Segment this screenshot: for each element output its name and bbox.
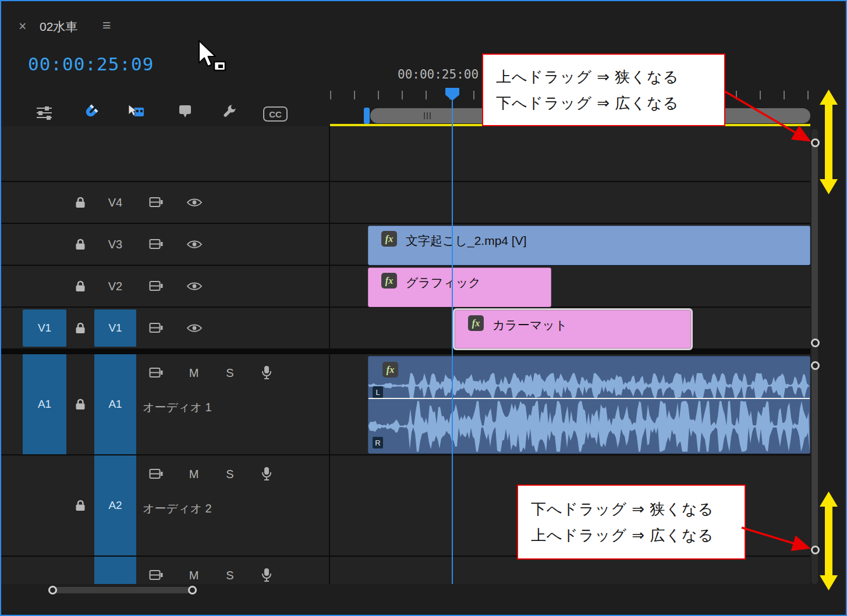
h-scroll-handle-right[interactable] (188, 586, 197, 594)
sync-lock-icon[interactable] (143, 266, 169, 307)
mute-button[interactable]: M (183, 462, 205, 486)
track-name-v2[interactable]: V2 (94, 266, 136, 307)
resize-double-arrow-top (818, 90, 839, 194)
clip-a1-audio[interactable]: fx L R (368, 356, 810, 454)
left-channel-label: L (373, 386, 383, 398)
fx-badge[interactable]: fx (468, 315, 484, 331)
track-target-a1[interactable]: A1 (94, 354, 136, 454)
track-height-handle-audio-top[interactable] (811, 361, 820, 370)
source-patch-a1[interactable]: A1 (23, 354, 66, 454)
source-patch-v1[interactable]: V1 (23, 309, 66, 347)
add-marker-icon[interactable] (178, 104, 193, 119)
fx-badge[interactable]: fx (381, 231, 397, 247)
channel-divider[interactable] (368, 398, 810, 399)
ruler-playhead-time: 00:00:25:00 (398, 67, 479, 81)
mouse-cursor (197, 40, 229, 76)
annotation-line: 下へドラッグ ⇒ 広くなる (496, 93, 711, 113)
playhead-marker[interactable] (444, 87, 460, 101)
timeline-spacer-lane (1, 126, 810, 182)
solo-button[interactable]: S (219, 462, 241, 486)
clip-name: カラーマット (492, 317, 567, 333)
mute-button[interactable]: M (183, 361, 205, 384)
red-arrow-bottom (738, 521, 817, 557)
video-audio-divider (1, 350, 810, 354)
sync-lock-icon[interactable] (143, 224, 169, 265)
waveform-left (368, 373, 810, 398)
h-scroll-handle-left[interactable] (48, 586, 57, 594)
sync-lock-icon[interactable] (143, 182, 169, 223)
horizontal-scrollbar-thumb[interactable] (52, 587, 192, 593)
voiceover-mic-icon[interactable] (255, 564, 278, 584)
audio-track-row-a3: M S (1, 557, 810, 584)
annotation-line: 下へドラッグ ⇒ 狭くなる (531, 499, 732, 519)
right-channel-label: R (373, 437, 383, 448)
sync-lock-icon[interactable] (143, 308, 169, 348)
track-output-icon[interactable] (182, 308, 207, 348)
sync-lock-icon[interactable] (143, 361, 169, 384)
audio-track-label: オーディオ 1 (143, 400, 212, 415)
red-arrow-top (720, 86, 819, 149)
track-lock-icon[interactable] (66, 354, 94, 454)
snap-magnet-icon[interactable] (81, 104, 99, 121)
sequence-tab-title[interactable]: 02水車 (40, 19, 77, 35)
video-track-row-v4: V4 (1, 182, 810, 224)
zoom-bar-left-handle[interactable] (364, 108, 370, 124)
waveform-right (368, 401, 810, 452)
annotation-box-top: 上へドラッグ ⇒ 狭くなる 下へドラッグ ⇒ 広くなる (482, 54, 725, 126)
sync-lock-icon[interactable] (143, 564, 169, 584)
track-target-v1[interactable]: V1 (94, 309, 136, 347)
solo-button[interactable]: S (219, 361, 241, 384)
current-timecode[interactable]: 00:00:25:09 (28, 54, 154, 74)
track-target-a3[interactable] (94, 557, 136, 584)
voiceover-mic-icon[interactable] (255, 462, 278, 486)
track-output-icon[interactable] (182, 182, 207, 223)
track-output-icon[interactable] (182, 266, 207, 307)
track-lock-icon[interactable] (66, 308, 94, 348)
video-scroll-thumb[interactable] (811, 143, 818, 343)
track-lock-icon[interactable] (66, 224, 94, 265)
track-name-v3[interactable]: V3 (94, 224, 136, 265)
mute-button[interactable]: M (183, 564, 205, 584)
track-lock-icon[interactable] (66, 182, 94, 223)
fx-badge[interactable]: fx (381, 273, 397, 289)
annotation-line: 上へドラッグ ⇒ 狭くなる (496, 67, 711, 87)
captions-icon[interactable]: CC (263, 106, 288, 122)
close-panel-icon[interactable]: × (19, 19, 26, 34)
timeline-panel: × 02水車 ≡ 00:00:25:09 00:00:25:00 (0, 0, 847, 616)
annotation-line: 上へドラッグ ⇒ 広くなる (531, 525, 732, 546)
voiceover-mic-icon[interactable] (255, 361, 278, 384)
clip-name: グラフィック (406, 275, 481, 291)
clip-v2[interactable]: fx グラフィック (368, 268, 551, 307)
playhead-line (452, 88, 453, 584)
panel-menu-icon[interactable]: ≡ (102, 17, 111, 34)
track-output-icon[interactable] (182, 224, 207, 265)
timeline-wrench-icon[interactable] (221, 104, 238, 120)
annotation-box-bottom: 下へドラッグ ⇒ 狭くなる 上へドラッグ ⇒ 広くなる (517, 485, 746, 560)
timeline-settings-icon[interactable] (35, 105, 54, 121)
clip-v3[interactable]: fx 文字起こし_2.mp4 [V] (368, 226, 810, 265)
track-lock-icon[interactable] (66, 455, 94, 556)
audio-track-label: オーディオ 2 (143, 501, 212, 517)
track-target-a2[interactable]: A2 (94, 455, 136, 556)
track-lock-icon[interactable] (66, 266, 94, 307)
sync-lock-icon[interactable] (143, 462, 169, 486)
resize-double-arrow-bottom (818, 492, 839, 590)
solo-button[interactable]: S (219, 564, 241, 584)
track-height-handle-video-bottom[interactable] (811, 339, 820, 347)
track-name-v4[interactable]: V4 (94, 182, 136, 223)
clip-name: 文字起こし_2.mp4 [V] (406, 233, 527, 249)
header-timeline-divider (329, 126, 330, 584)
clip-v1-selected[interactable]: fx カラーマット (455, 310, 691, 348)
zoom-scrollbar-grip[interactable] (424, 112, 432, 119)
linked-selection-icon[interactable] (126, 104, 146, 120)
